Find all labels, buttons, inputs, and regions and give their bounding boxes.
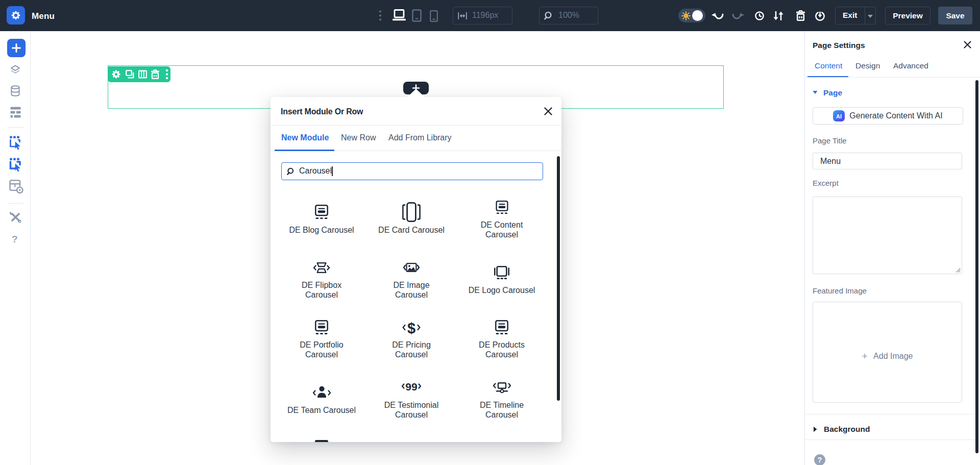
svg-text:AI: AI [836,113,842,119]
